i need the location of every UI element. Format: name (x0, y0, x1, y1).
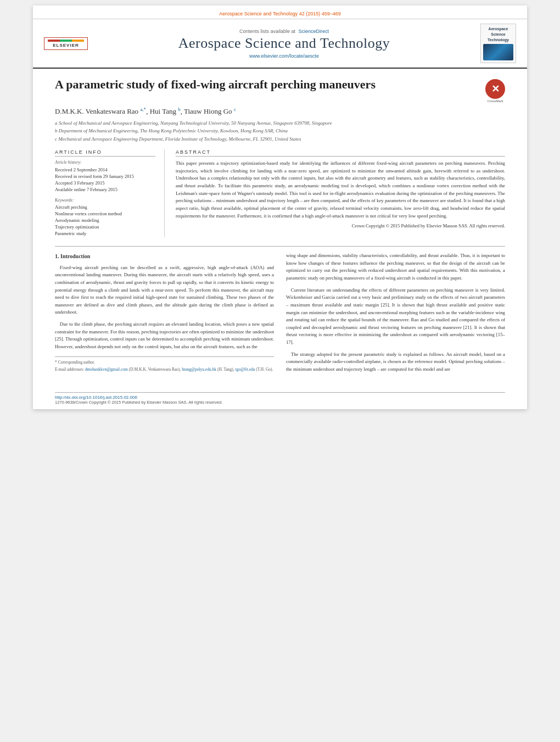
affil-b: b (178, 107, 181, 112)
article-info-abstract: ARTICLE INFO Article history: Received 2… (55, 149, 505, 237)
affil-line-c: c Mechanical and Aerospace Engineering D… (55, 136, 505, 143)
article-title: A parametric study of fixed-wing aircraf… (55, 77, 480, 93)
affil-line-a: a School of Mechanical and Aerospace Eng… (55, 120, 505, 127)
contents-label: Contents lists available at (239, 29, 295, 34)
accepted-date: Accepted 3 February 2015 (55, 180, 155, 186)
body-columns: 1. Introduction Fixed-wing aircraft perc… (55, 252, 505, 377)
body-right-col: wing shape and dimensions, stability cha… (286, 252, 505, 377)
abstract-col: ABSTRACT This paper presents a trajector… (176, 149, 505, 237)
keywords-section: Keywords: Aircraft perching Nonlinear vo… (55, 198, 155, 236)
article-info-col: ARTICLE INFO Article history: Received 2… (55, 149, 165, 237)
keyword-1: Aircraft perching (55, 204, 155, 210)
body-left-col: 1. Introduction Fixed-wing aircraft perc… (55, 252, 274, 377)
elsevier-logo: ELSEVIER (44, 37, 88, 50)
keyword-3: Aerodynamic modeling (55, 217, 155, 223)
journal-url[interactable]: www.elsevier.com/locate/aescte (99, 53, 469, 59)
intro-para-2: Due to the climb phase, the perching air… (55, 321, 274, 351)
authors-line: D.M.K.K. Venkateswara Rao a,*, Hui Tang … (55, 107, 505, 116)
right-para-1: wing shape and dimensions, stability cha… (286, 252, 505, 282)
doi-link[interactable]: http://dx.doi.org/10.1016/j.ast.2015.02.… (55, 395, 505, 400)
footnote-area: * Corresponding author. E-mail addresses… (55, 356, 274, 373)
keywords-label: Keywords: (55, 198, 155, 203)
journal-header: ELSEVIER Contents lists available at Sci… (33, 19, 527, 69)
journal-ref-bar: Aerospace Science and Technology 42 (201… (33, 5, 527, 19)
journal-ref-text: Aerospace Science and Technology 42 (201… (219, 11, 341, 16)
elsevier-stripe (48, 40, 84, 42)
available-date: Available online 7 February 2015 (55, 187, 155, 192)
page: Aerospace Science and Technology 42 (201… (33, 5, 527, 409)
email-link-1[interactable]: dmohankkvn@gmail.com (85, 367, 128, 372)
sciencedirect-label: Contents lists available at ScienceDirec… (99, 29, 469, 34)
abstract-header: ABSTRACT (176, 149, 505, 157)
elsevier-text: ELSEVIER (48, 43, 84, 48)
received-date: Received 2 September 2014 (55, 167, 155, 172)
affiliations: a School of Mechanical and Aerospace Eng… (55, 120, 505, 143)
corresponding-author-note: * Corresponding author. (55, 359, 274, 366)
journal-logo-box: AerospaceScienceTechnology (480, 24, 516, 63)
abstract-text: This paper presents a trajectory optimiz… (176, 160, 505, 220)
affil-c: c (234, 107, 236, 112)
content-area: A parametric study of fixed-wing aircraf… (33, 69, 527, 388)
intro-para-1: Fixed-wing aircraft perching can be desc… (55, 264, 274, 316)
journal-center: Contents lists available at ScienceDirec… (99, 29, 469, 59)
right-para-3: The strategy adopted for the present par… (286, 351, 505, 373)
intro-section-title: 1. Introduction (55, 252, 274, 261)
section-number: 1. (55, 253, 59, 259)
affil-a: a,* (140, 107, 146, 112)
keyword-2: Nonlinear vortex correction method (55, 211, 155, 216)
revised-date: Received in revised form 29 January 2015 (55, 174, 155, 179)
section-divider (55, 246, 505, 247)
affil-line-b: b Department of Mechanical Engineering, … (55, 127, 505, 135)
history-label: Article history: (55, 160, 155, 165)
footer-bar: http://dx.doi.org/10.1016/j.ast.2015.02.… (55, 392, 505, 409)
section-title-text: Introduction (60, 253, 90, 259)
email-link-2[interactable]: htang@polyu.edu.hk (182, 367, 216, 372)
crossmark-badge: ✕ CrossMark (485, 79, 505, 99)
email-link-3[interactable]: tgo@fit.edu (236, 367, 255, 372)
keyword-5: Parametric study (55, 231, 155, 236)
footer-issn: 1270-9638/Crown Copyright © 2015 Publish… (55, 400, 505, 405)
keyword-4: Trajectory optimization (55, 224, 155, 230)
article-title-section: A parametric study of fixed-wing aircraf… (55, 77, 505, 102)
journal-logo-right: AerospaceScienceTechnology (480, 24, 516, 63)
email-note: E-mail addresses: dmohankkvn@gmail.com (… (55, 366, 274, 373)
crossmark-icon: ✕ (485, 79, 505, 99)
article-info-header: ARTICLE INFO (55, 149, 155, 157)
right-para-2: Current literature on understanding the … (286, 287, 505, 347)
sciencedirect-link[interactable]: ScienceDirect (299, 29, 329, 34)
copyright-text: Crown Copyright © 2015 Published by Else… (176, 223, 505, 228)
journal-title: Aerospace Science and Technology (99, 35, 469, 52)
